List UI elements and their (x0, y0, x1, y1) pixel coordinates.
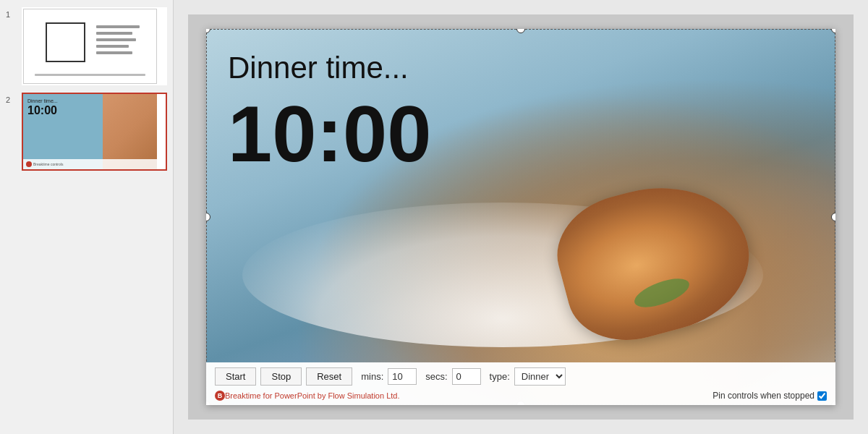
mins-input[interactable] (388, 368, 417, 385)
slide-1-lines (96, 25, 140, 54)
main-content: Dinner time... 10:00 Start Stop Reset mi… (174, 0, 868, 434)
pin-checkbox[interactable] (817, 391, 827, 401)
line5 (96, 51, 132, 54)
type-label: type: (490, 371, 510, 382)
controls-row: Start Stop Reset mins: secs: type: Dinne… (206, 362, 835, 388)
pin-label: Pin controls when stopped (712, 391, 814, 401)
slide-2-number: 2 (6, 95, 16, 104)
thumb2-icon (26, 161, 32, 167)
slide-frame[interactable]: Dinner time... 10:00 Start Stop Reset mi… (206, 29, 835, 405)
secs-input[interactable] (452, 368, 481, 385)
slide-2-thumbnail[interactable]: Dinner time... 10:00 Breaktime controls (22, 93, 167, 171)
line3 (96, 38, 136, 41)
slide-title: Dinner time... (228, 51, 409, 85)
start-button[interactable]: Start (215, 367, 256, 386)
slide-1-container: 1 (6, 7, 167, 85)
slide-timer-display: 10:00 (228, 94, 431, 174)
mins-label: mins: (361, 371, 383, 382)
slide-1-thumbnail[interactable] (22, 7, 167, 85)
type-select[interactable]: Dinner Coffee Lunch Break (514, 367, 566, 386)
thumb2-title: Dinner time... (27, 98, 58, 103)
stop-button[interactable]: Stop (260, 367, 302, 386)
breaktime-icon: B (215, 391, 225, 401)
branding-link[interactable]: Breaktime for PowerPoint by Flow Simulat… (225, 391, 400, 400)
pin-section: Pin controls when stopped (712, 391, 827, 401)
slide-canvas: Dinner time... 10:00 Start Stop Reset mi… (188, 14, 854, 420)
thumb2-bottom: Breaktime controls (23, 159, 157, 169)
line1 (96, 25, 140, 28)
slide-1-bottom-bar (35, 74, 145, 76)
thumb2-timer: 10:00 (27, 104, 57, 117)
thumb2-food (103, 94, 157, 169)
thumb2-branding: Breaktime controls (33, 162, 63, 166)
reset-button[interactable]: Reset (306, 367, 352, 386)
slide-2-container: 2 Dinner time... 10:00 Breaktime control… (6, 93, 167, 171)
slide-panel: 1 2 Dinner time... 10:00 (0, 0, 174, 434)
slide-1-number: 1 (6, 10, 16, 19)
bottom-controls-area: Start Stop Reset mins: secs: type: Dinne… (206, 362, 835, 405)
line4 (96, 45, 129, 48)
secs-label: secs: (425, 371, 447, 382)
handle-middle-right[interactable] (831, 213, 835, 221)
slide-1-box (46, 22, 85, 62)
line2 (96, 32, 132, 35)
info-row: B Breaktime for PowerPoint by Flow Simul… (206, 388, 835, 405)
